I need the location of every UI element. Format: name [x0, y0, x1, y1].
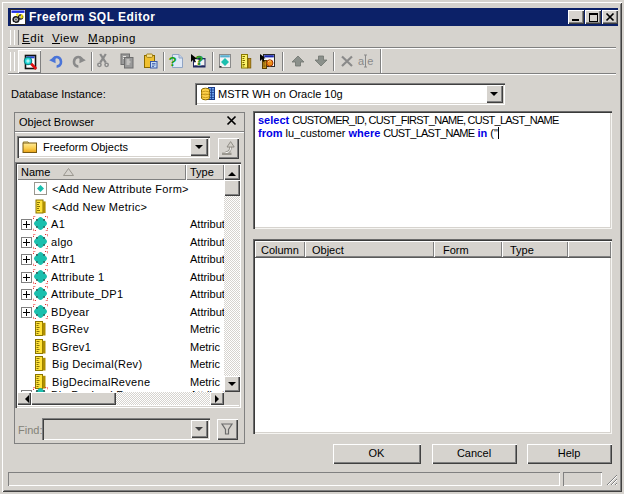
svg-text:?: ? — [195, 53, 203, 68]
svg-text:?: ? — [169, 54, 177, 69]
